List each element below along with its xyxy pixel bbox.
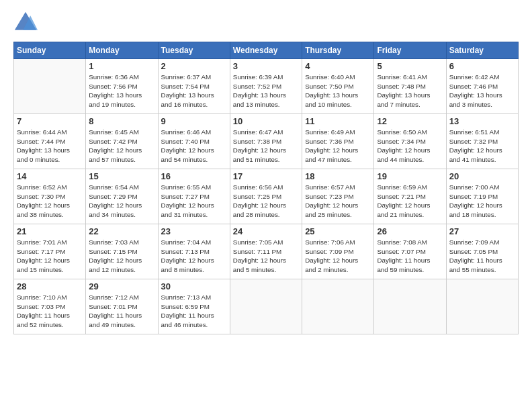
day-number: 12 [377,116,443,126]
calendar-cell: 10Sunrise: 6:47 AMSunset: 7:38 PMDayligh… [230,114,302,169]
day-number: 4 [305,61,371,71]
day-info: Sunrise: 7:08 AMSunset: 7:07 PMDaylight:… [377,238,443,275]
day-number: 10 [233,116,299,126]
day-number: 13 [449,116,515,126]
weekday-header: Saturday [446,42,518,59]
day-info: Sunrise: 7:12 AMSunset: 7:01 PMDaylight:… [89,293,154,330]
calendar: SundayMondayTuesdayWednesdayThursdayFrid… [13,42,519,334]
calendar-cell: 11Sunrise: 6:49 AMSunset: 7:36 PMDayligh… [302,114,374,169]
day-number: 22 [89,226,154,236]
weekday-header: Monday [86,42,158,59]
weekday-header: Wednesday [230,42,302,59]
calendar-cell: 12Sunrise: 6:50 AMSunset: 7:34 PMDayligh… [374,114,446,169]
day-number: 21 [17,226,83,236]
day-number: 20 [449,171,515,181]
logo [13,11,40,35]
calendar-cell: 8Sunrise: 6:45 AMSunset: 7:42 PMDaylight… [86,114,158,169]
day-number: 25 [305,226,371,236]
day-info: Sunrise: 6:59 AMSunset: 7:21 PMDaylight:… [377,183,443,220]
logo-icon [13,11,38,35]
calendar-cell: 19Sunrise: 6:59 AMSunset: 7:21 PMDayligh… [374,169,446,224]
day-number: 24 [233,226,299,236]
day-number: 9 [161,116,227,126]
day-number: 27 [449,226,515,236]
day-info: Sunrise: 6:50 AMSunset: 7:34 PMDaylight:… [377,128,443,165]
calendar-cell: 20Sunrise: 7:00 AMSunset: 7:19 PMDayligh… [446,169,518,224]
calendar-cell: 4Sunrise: 6:40 AMSunset: 7:50 PMDaylight… [302,59,374,114]
day-number: 2 [161,61,227,71]
day-number: 18 [305,171,371,181]
calendar-cell: 3Sunrise: 6:39 AMSunset: 7:52 PMDaylight… [230,59,302,114]
day-number: 5 [377,61,443,71]
day-number: 1 [89,61,154,71]
day-info: Sunrise: 7:10 AMSunset: 7:03 PMDaylight:… [17,293,83,330]
day-number: 30 [161,281,227,291]
calendar-header-row: SundayMondayTuesdayWednesdayThursdayFrid… [14,42,519,59]
calendar-cell: 14Sunrise: 6:52 AMSunset: 7:30 PMDayligh… [14,169,86,224]
calendar-cell: 2Sunrise: 6:37 AMSunset: 7:54 PMDaylight… [158,59,230,114]
day-info: Sunrise: 6:55 AMSunset: 7:27 PMDaylight:… [161,183,227,220]
day-info: Sunrise: 6:36 AMSunset: 7:56 PMDaylight:… [89,73,154,109]
day-info: Sunrise: 7:06 AMSunset: 7:09 PMDaylight:… [305,238,371,275]
day-info: Sunrise: 7:04 AMSunset: 7:13 PMDaylight:… [161,238,227,275]
day-info: Sunrise: 6:41 AMSunset: 7:48 PMDaylight:… [377,73,443,109]
day-number: 15 [89,171,154,181]
day-info: Sunrise: 6:42 AMSunset: 7:46 PMDaylight:… [449,73,515,109]
calendar-cell: 26Sunrise: 7:08 AMSunset: 7:07 PMDayligh… [374,224,446,279]
calendar-cell [374,279,446,334]
weekday-header: Sunday [14,42,86,59]
day-number: 7 [17,116,83,126]
day-number: 11 [305,116,371,126]
calendar-cell: 22Sunrise: 7:03 AMSunset: 7:15 PMDayligh… [86,224,158,279]
calendar-cell: 25Sunrise: 7:06 AMSunset: 7:09 PMDayligh… [302,224,374,279]
day-info: Sunrise: 6:37 AMSunset: 7:54 PMDaylight:… [161,73,227,109]
day-number: 23 [161,226,227,236]
calendar-cell [14,59,86,114]
day-info: Sunrise: 6:51 AMSunset: 7:32 PMDaylight:… [449,128,515,165]
calendar-cell: 17Sunrise: 6:56 AMSunset: 7:25 PMDayligh… [230,169,302,224]
page: SundayMondayTuesdayWednesdayThursdayFrid… [0,0,532,411]
day-info: Sunrise: 6:39 AMSunset: 7:52 PMDaylight:… [233,73,299,109]
calendar-cell: 6Sunrise: 6:42 AMSunset: 7:46 PMDaylight… [446,59,518,114]
day-info: Sunrise: 6:57 AMSunset: 7:23 PMDaylight:… [305,183,371,220]
day-number: 19 [377,171,443,181]
day-number: 26 [377,226,443,236]
day-info: Sunrise: 6:52 AMSunset: 7:30 PMDaylight:… [17,183,83,220]
day-info: Sunrise: 6:40 AMSunset: 7:50 PMDaylight:… [305,73,371,109]
day-info: Sunrise: 6:44 AMSunset: 7:44 PMDaylight:… [17,128,83,165]
day-number: 28 [17,281,83,291]
calendar-cell [302,279,374,334]
header [13,11,519,35]
calendar-cell: 24Sunrise: 7:05 AMSunset: 7:11 PMDayligh… [230,224,302,279]
day-info: Sunrise: 7:13 AMSunset: 6:59 PMDaylight:… [161,293,227,330]
day-info: Sunrise: 7:00 AMSunset: 7:19 PMDaylight:… [449,183,515,220]
day-info: Sunrise: 6:54 AMSunset: 7:29 PMDaylight:… [89,183,154,220]
day-number: 6 [449,61,515,71]
day-info: Sunrise: 6:46 AMSunset: 7:40 PMDaylight:… [161,128,227,165]
day-number: 8 [89,116,154,126]
calendar-cell: 16Sunrise: 6:55 AMSunset: 7:27 PMDayligh… [158,169,230,224]
calendar-cell: 15Sunrise: 6:54 AMSunset: 7:29 PMDayligh… [86,169,158,224]
weekday-header: Tuesday [158,42,230,59]
day-info: Sunrise: 7:05 AMSunset: 7:11 PMDaylight:… [233,238,299,275]
weekday-header: Friday [374,42,446,59]
calendar-cell: 18Sunrise: 6:57 AMSunset: 7:23 PMDayligh… [302,169,374,224]
weekday-header: Thursday [302,42,374,59]
day-number: 29 [89,281,154,291]
calendar-cell [446,279,518,334]
calendar-cell: 29Sunrise: 7:12 AMSunset: 7:01 PMDayligh… [86,279,158,334]
day-info: Sunrise: 7:09 AMSunset: 7:05 PMDaylight:… [449,238,515,275]
day-info: Sunrise: 6:56 AMSunset: 7:25 PMDaylight:… [233,183,299,220]
calendar-cell: 7Sunrise: 6:44 AMSunset: 7:44 PMDaylight… [14,114,86,169]
day-number: 16 [161,171,227,181]
day-info: Sunrise: 7:03 AMSunset: 7:15 PMDaylight:… [89,238,154,275]
calendar-cell [230,279,302,334]
calendar-cell: 28Sunrise: 7:10 AMSunset: 7:03 PMDayligh… [14,279,86,334]
day-info: Sunrise: 6:45 AMSunset: 7:42 PMDaylight:… [89,128,154,165]
calendar-cell: 9Sunrise: 6:46 AMSunset: 7:40 PMDaylight… [158,114,230,169]
calendar-cell: 1Sunrise: 6:36 AMSunset: 7:56 PMDaylight… [86,59,158,114]
calendar-cell: 23Sunrise: 7:04 AMSunset: 7:13 PMDayligh… [158,224,230,279]
calendar-cell: 27Sunrise: 7:09 AMSunset: 7:05 PMDayligh… [446,224,518,279]
day-number: 14 [17,171,83,181]
calendar-cell: 5Sunrise: 6:41 AMSunset: 7:48 PMDaylight… [374,59,446,114]
